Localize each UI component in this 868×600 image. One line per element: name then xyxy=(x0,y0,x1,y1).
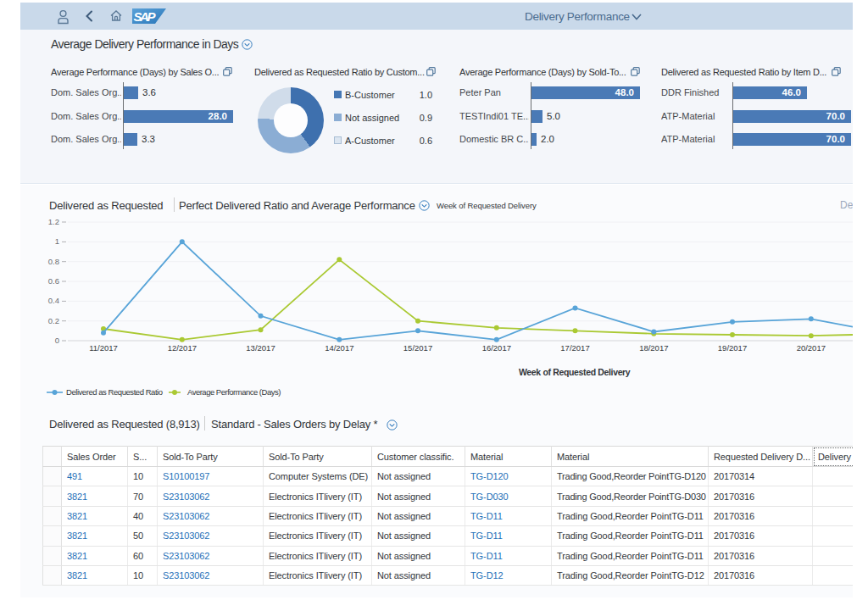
svg-text:1: 1 xyxy=(55,236,59,246)
svg-text:SAP: SAP xyxy=(134,9,157,24)
svg-text:1.2: 1.2 xyxy=(48,217,59,226)
svg-text:17/2017: 17/2017 xyxy=(560,343,589,353)
svg-text:0.2: 0.2 xyxy=(48,316,59,325)
svg-text:14/2017: 14/2017 xyxy=(325,343,353,353)
svg-text:0.4: 0.4 xyxy=(48,296,59,305)
svg-text:15/2017: 15/2017 xyxy=(403,343,432,353)
svg-text:0: 0 xyxy=(55,336,59,345)
svg-text:13/2017: 13/2017 xyxy=(246,343,275,353)
svg-text:11/2017: 11/2017 xyxy=(89,343,118,353)
svg-text:0.8: 0.8 xyxy=(48,257,59,266)
svg-text:18/2017: 18/2017 xyxy=(639,343,668,353)
svg-text:12/2017: 12/2017 xyxy=(168,343,197,353)
svg-text:20/2017: 20/2017 xyxy=(797,343,826,353)
svg-text:19/2017: 19/2017 xyxy=(718,343,747,353)
svg-text:0.6: 0.6 xyxy=(48,276,59,286)
svg-text:16/2017: 16/2017 xyxy=(482,343,511,353)
